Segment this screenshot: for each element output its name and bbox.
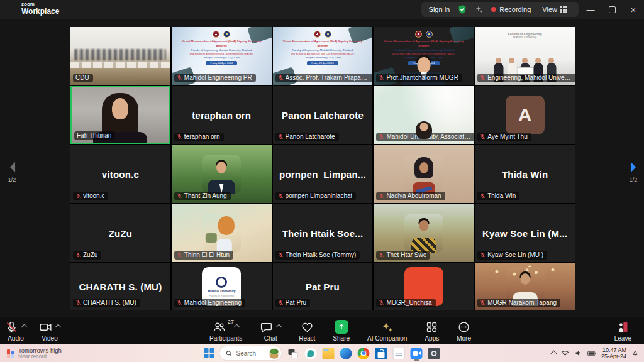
- participant-name: vitoon.c: [83, 192, 104, 199]
- ai-companion-button[interactable]: AI Companion: [367, 317, 407, 344]
- chrome-browser-icon[interactable]: [358, 348, 370, 359]
- participant-tile[interactable]: ZuZuZuZu: [70, 204, 170, 262]
- participant-tile[interactable]: pornpen Limpan...pornpen Limpaninlachat: [273, 145, 373, 203]
- weather-widget[interactable]: Tomorrow's high Near record: [0, 347, 138, 360]
- audio-button[interactable]: Audio: [5, 317, 26, 344]
- minimize-button[interactable]: —: [580, 0, 601, 19]
- muted-mic-icon: [379, 134, 384, 140]
- participant-name-label: Thinn Ei Ei Htun: [174, 251, 233, 260]
- participant-tile[interactable]: Thein Htaik Soe...Thein Htaik Soe (Tommy…: [273, 204, 373, 262]
- participant-name: pornpen Limpaninlachat: [286, 192, 353, 199]
- participant-name-label: Kyaw Soe Lin (MU ): [477, 251, 547, 260]
- muted-mic-icon: [177, 300, 182, 305]
- participant-tile[interactable]: teraphan ornteraphan orn: [172, 86, 272, 144]
- participant-tile[interactable]: CHARATH S. (MU)CHARATH S. (MU): [70, 263, 170, 310]
- participant-tile[interactable]: Thant Zin Aung: [172, 145, 272, 203]
- participant-tile[interactable]: Thet Htar Swe: [374, 204, 474, 262]
- participant-tile[interactable]: Thida WinThida Win: [475, 145, 575, 203]
- ai-sparkle-icon[interactable]: [475, 5, 484, 14]
- participants-button[interactable]: 27 Participants: [209, 317, 242, 344]
- leave-button[interactable]: Leave: [614, 317, 631, 344]
- avatar: [404, 155, 443, 194]
- participant-tile[interactable]: Nadiya Abdulroman: [374, 145, 474, 203]
- participant-display-name: pornpen Limpan...: [279, 169, 366, 180]
- participant-name-label: Thein Htaik Soe (Tommy): [275, 251, 360, 260]
- next-page-button[interactable]: 1/2: [625, 161, 641, 183]
- participant-tile[interactable]: Panon LatcharotePanon Latcharote: [273, 86, 373, 144]
- notepad-icon[interactable]: [393, 348, 405, 359]
- muted-mic-icon: [278, 134, 284, 140]
- share-button[interactable]: Share: [333, 317, 350, 344]
- participant-display-name: vitoon.c: [102, 169, 139, 180]
- close-button[interactable]: ×: [623, 0, 644, 19]
- participants-options-caret[interactable]: [234, 324, 240, 330]
- participant-tile[interactable]: CDU: [70, 27, 170, 85]
- chat-app-icon[interactable]: [305, 348, 317, 359]
- microsoft-store-icon[interactable]: [375, 348, 387, 359]
- muted-mic-icon: [278, 252, 284, 258]
- muted-mic-icon: [278, 300, 284, 305]
- file-explorer-icon[interactable]: [323, 348, 335, 359]
- participant-name-label: Mahidol Engineering PR: [174, 74, 256, 82]
- participants-icon: [213, 321, 226, 334]
- video-options-caret[interactable]: [55, 324, 62, 330]
- sign-in-button[interactable]: Sign in: [429, 6, 450, 13]
- task-view-button[interactable]: [287, 348, 299, 359]
- participant-name-label: MUGR_Unchisa: [376, 299, 435, 307]
- participant-tile[interactable]: Kyaw Soe Lin (M...Kyaw Soe Lin (MU ): [475, 204, 575, 262]
- chat-button[interactable]: Chat: [260, 317, 281, 344]
- participant-display-name: teraphan orn: [192, 110, 251, 121]
- wifi-icon[interactable]: [561, 350, 569, 357]
- view-button[interactable]: View: [538, 5, 571, 14]
- participant-name: Pat Pru: [286, 299, 306, 306]
- search-highlight-image: [269, 348, 280, 359]
- react-label: React: [299, 335, 315, 342]
- participant-tile[interactable]: Pat PruPat Pru: [273, 263, 373, 310]
- zoom-workplace-logo: zoom Workplace: [21, 1, 59, 16]
- participant-tile[interactable]: Fah Thitinan: [70, 86, 170, 144]
- security-shield-icon[interactable]: [457, 4, 467, 14]
- participant-tile[interactable]: vitoon.cvitoon.c: [70, 145, 170, 203]
- apps-button[interactable]: Apps: [425, 317, 439, 344]
- edge-browser-icon[interactable]: [340, 348, 352, 359]
- volume-icon[interactable]: [574, 349, 582, 357]
- chat-options-caret[interactable]: [276, 324, 282, 330]
- participant-name: Prof.Jhantchalorm MUGR: [386, 74, 458, 81]
- muted-mic-icon: [177, 75, 182, 80]
- participant-tile[interactable]: Thinn Ei Ei Htun: [172, 204, 272, 262]
- zoom-app-icon[interactable]: [411, 348, 423, 359]
- participant-tile[interactable]: AAye Myint Thu: [475, 86, 575, 144]
- previous-page-button[interactable]: 1/2: [4, 161, 20, 183]
- participant-tile[interactable]: Faculty of EngineeringMahidol University…: [475, 27, 575, 85]
- notification-bell-icon[interactable]: [631, 349, 639, 357]
- muted-mic-icon: [379, 300, 384, 305]
- participant-tile[interactable]: Virtual Memorandum of Agreement (MoA) Si…: [172, 27, 272, 85]
- leave-door-icon: [616, 321, 630, 334]
- wall-line2: Mahidol University: [475, 36, 575, 39]
- participant-name-label: CHARATH S. (MU): [73, 299, 140, 307]
- tray-time: 10:47 AM: [601, 347, 626, 354]
- react-button[interactable]: React: [299, 317, 315, 344]
- participant-tile[interactable]: Virtual Memorandum of Agreement (MoA) Si…: [374, 27, 474, 85]
- share-screen-icon: [335, 320, 348, 334]
- audio-options-caret[interactable]: [21, 324, 28, 330]
- maximize-button[interactable]: [601, 0, 623, 19]
- taskbar-search[interactable]: Search: [220, 346, 282, 360]
- hidden-icons-button[interactable]: [552, 351, 556, 356]
- participant-name: Thinn Ei Ei Htun: [184, 251, 230, 258]
- participant-tile[interactable]: Virtual Memorandum of Agreement (MoA) Si…: [273, 27, 373, 85]
- app-icon-generic[interactable]: [428, 348, 440, 359]
- logo-line2: Faculty of Engineering: [209, 294, 234, 297]
- battery-icon[interactable]: [587, 351, 596, 356]
- participant-tile[interactable]: Mahidol University, Associate Profess...: [374, 86, 474, 144]
- start-button[interactable]: [204, 348, 214, 358]
- participant-tile[interactable]: MUGR_Unchisa: [374, 263, 474, 310]
- taskbar-clock[interactable]: 10:47 AM 25-Apr-24: [601, 347, 626, 360]
- participant-tile[interactable]: Mahidol UniversityFaculty of Engineering…: [172, 263, 272, 310]
- muted-mic-icon: [177, 134, 182, 140]
- participant-tile[interactable]: MUGR Narakorn Tapang: [475, 263, 575, 310]
- more-button[interactable]: More: [457, 317, 471, 344]
- participant-name-label: Thet Htar Swe: [376, 251, 430, 260]
- video-button[interactable]: Video: [39, 317, 60, 344]
- participant-name: Engineering, Mahidol University: [487, 74, 572, 81]
